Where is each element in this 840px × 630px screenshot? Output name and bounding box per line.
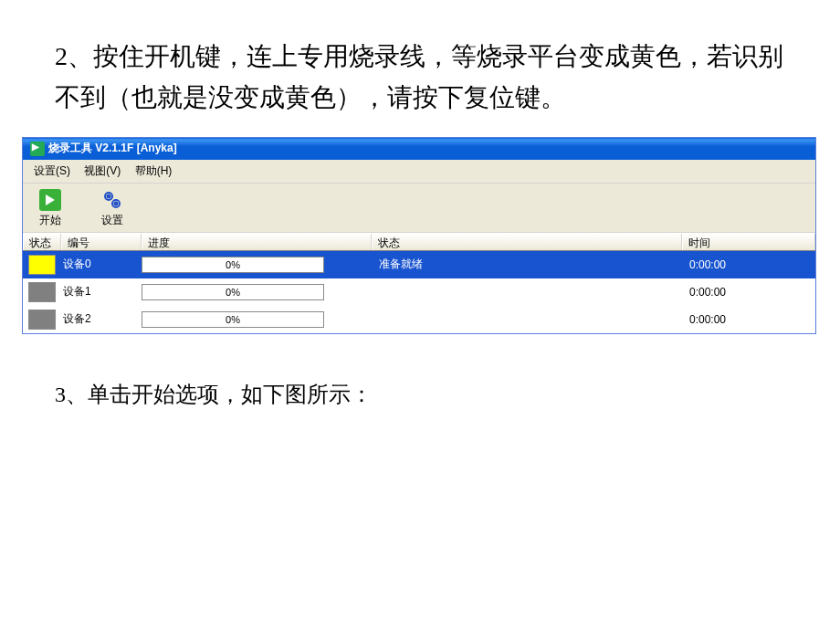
start-arrow-icon bbox=[39, 189, 61, 211]
settings-label: 设置 bbox=[101, 213, 123, 228]
burn-tool-window: 烧录工具 V2.1.1F [Anyka] 设置(S) 视图(V) 帮助(H) 开… bbox=[22, 137, 816, 334]
progress-bar: 0% bbox=[142, 284, 324, 300]
device-status: 准备就绪 bbox=[372, 257, 682, 272]
window-title: 烧录工具 V2.1.1F [Anyka] bbox=[48, 141, 177, 156]
app-icon bbox=[30, 142, 45, 156]
device-time: 0:00:00 bbox=[682, 258, 815, 271]
gear-icon bbox=[101, 189, 123, 211]
menubar: 设置(S) 视图(V) 帮助(H) bbox=[23, 160, 815, 184]
menu-settings[interactable]: 设置(S) bbox=[28, 162, 76, 181]
device-list: 设备0 0% 准备就绪 0:00:00 设备1 0% 0:00:00 设备2 0… bbox=[23, 251, 815, 333]
svg-point-3 bbox=[115, 202, 118, 205]
header-progress[interactable]: 进度 bbox=[142, 234, 372, 250]
header-status2[interactable]: 状态 bbox=[372, 234, 682, 250]
header-status[interactable]: 状态 bbox=[23, 234, 61, 250]
settings-button[interactable]: 设置 bbox=[94, 189, 131, 228]
progress-bar: 0% bbox=[142, 311, 324, 328]
header-time[interactable]: 时间 bbox=[682, 234, 815, 250]
device-name: 设备0 bbox=[61, 257, 142, 272]
progress-bar: 0% bbox=[142, 257, 324, 273]
header-number[interactable]: 编号 bbox=[61, 234, 142, 250]
instruction-step-3: 3、单击开始选项，如下图所示： bbox=[0, 334, 840, 427]
device-row-0[interactable]: 设备0 0% 准备就绪 0:00:00 bbox=[23, 251, 815, 278]
device-row-2[interactable]: 设备2 0% 0:00:00 bbox=[23, 306, 815, 333]
device-name: 设备1 bbox=[61, 284, 142, 299]
device-time: 0:00:00 bbox=[682, 313, 815, 326]
start-button[interactable]: 开始 bbox=[32, 189, 68, 228]
status-indicator bbox=[28, 282, 56, 302]
device-time: 0:00:00 bbox=[682, 286, 815, 299]
titlebar[interactable]: 烧录工具 V2.1.1F [Anyka] bbox=[23, 138, 815, 160]
instruction-step-2: 2、按住开机键，连上专用烧录线，等烧录平台变成黄色，若识别不到（也就是没变成黄色… bbox=[0, 0, 840, 137]
column-headers: 状态 编号 进度 状态 时间 bbox=[23, 233, 815, 251]
toolbar: 开始 设置 bbox=[23, 184, 815, 233]
status-indicator bbox=[28, 310, 56, 330]
start-label: 开始 bbox=[39, 213, 61, 228]
menu-view[interactable]: 视图(V) bbox=[79, 162, 126, 181]
device-row-1[interactable]: 设备1 0% 0:00:00 bbox=[23, 278, 815, 306]
svg-point-1 bbox=[108, 194, 110, 197]
device-name: 设备2 bbox=[61, 311, 142, 327]
menu-help[interactable]: 帮助(H) bbox=[130, 162, 178, 181]
status-indicator bbox=[28, 255, 56, 275]
